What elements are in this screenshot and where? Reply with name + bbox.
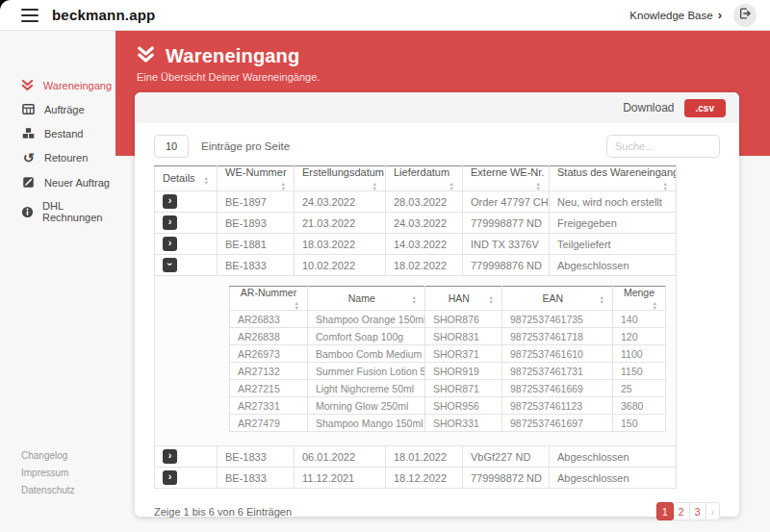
sort-icon: ▲▼: [449, 182, 454, 190]
search-input[interactable]: [606, 135, 720, 158]
sidebar-item-label: Bestand: [44, 128, 83, 139]
table-column-label: Status des Wareneingangs: [557, 166, 677, 178]
table-column-header[interactable]: Status des Wareneingangs▲▼: [550, 166, 677, 191]
subtable-column-header[interactable]: Name▲▼: [308, 287, 425, 311]
table-cell: 28.03.2022: [386, 191, 463, 213]
sidebar-item-retouren[interactable]: ↺Retouren: [0, 145, 116, 170]
subtable-cell: Light Nighcreme 50ml: [308, 380, 425, 397]
expand-row-button[interactable]: ›: [163, 449, 177, 464]
next-page-button[interactable]: ›: [706, 502, 721, 520]
expand-row-button[interactable]: ›: [163, 194, 177, 209]
collapse-row-button[interactable]: ›: [163, 258, 177, 272]
table-row: ›BE-188118.03.202214.03.2022IND TX 3376V…: [155, 234, 677, 255]
table-column-header[interactable]: Details▲▼: [155, 166, 218, 191]
details-cell: ›: [155, 191, 218, 213]
subtable-cell: 140: [613, 311, 666, 328]
sort-icon: ▲▼: [536, 182, 541, 190]
subtable-row: AR26973Bamboo Comb MediumSHOR37198725374…: [230, 345, 666, 363]
expand-row-button[interactable]: ›: [163, 215, 177, 230]
table-cell: 18.03.2022: [295, 234, 386, 255]
expanded-cell: AR-Nummer▲▼Name▲▼HAN▲▼EAN▲▼Menge▲▼AR2683…: [155, 276, 677, 446]
subtable-column-header[interactable]: EAN▲▼: [502, 287, 613, 311]
sidebar-item-wareneingang[interactable]: Wareneingang: [0, 73, 116, 97]
sidebar-footer-link[interactable]: Impressum: [21, 468, 116, 478]
menu-icon[interactable]: [21, 9, 38, 22]
table-cell: Abgeschlossen: [550, 446, 677, 468]
subtable-cell: Shampoo Mango 150ml: [308, 415, 425, 432]
details-cell: ›: [155, 468, 218, 489]
subtable-cell: 120: [613, 328, 666, 345]
details-cell: ›: [155, 255, 218, 276]
table-column-header[interactable]: WE-Nummer▲▼: [218, 166, 295, 191]
table-cell: Abgeschlossen: [550, 255, 677, 276]
sidebar: WareneingangAufträgeBestand↺RetourenNeue…: [0, 31, 116, 532]
subtable-cell: Shampoo Orange 150ml: [308, 311, 425, 328]
sort-icon: ▲▼: [295, 301, 299, 310]
logout-button[interactable]: [733, 4, 757, 27]
sidebar-item-dhl-rechnungen[interactable]: DHL Rechnungen: [0, 194, 116, 229]
expand-row-button[interactable]: ›: [163, 470, 177, 485]
table-cell: BE-1833: [218, 468, 295, 489]
subtable-cell: 1100: [613, 345, 666, 363]
sidebar-item-bestand[interactable]: Bestand: [0, 121, 116, 145]
page-button-2[interactable]: 2: [673, 502, 690, 520]
csv-download-button[interactable]: .csv: [684, 99, 726, 117]
subtable-row: AR26833Shampoo Orange 150mlSHOR876987253…: [230, 311, 666, 328]
sort-icon: ▲▼: [653, 301, 657, 310]
sidebar-item-label: DHL Rechnungen: [42, 200, 112, 223]
chevron-right-icon: ›: [168, 216, 172, 227]
wareneingang-table: Details▲▼WE-Nummer▲▼Erstellungsdatum▲▼Li…: [154, 165, 677, 489]
subtable-column-header[interactable]: Menge▲▼: [613, 287, 666, 311]
subtable-row: AR27331Morning Glow 250mlSHOR95698725374…: [230, 397, 666, 415]
subtable-column-header[interactable]: AR-Nummer▲▼: [230, 287, 308, 311]
subtable-column-label: EAN: [542, 292, 563, 304]
sidebar-item-auftraege[interactable]: Aufträge: [0, 97, 116, 121]
table-cell: 18.02.2022: [386, 255, 463, 276]
sort-icon: ▲▼: [372, 182, 377, 190]
table-cell: BE-1881: [218, 234, 295, 255]
table-column-label: Externe WE-Nr.: [471, 166, 544, 178]
subtable-cell: 3680: [613, 397, 666, 415]
page-button-1[interactable]: 1: [656, 502, 674, 520]
sidebar-footer-link[interactable]: Datenschutz: [21, 485, 116, 495]
entries-per-page-label: Einträge pro Seite: [201, 140, 290, 152]
subtable-cell: 9872537461735: [502, 311, 613, 328]
table-column-label: Lieferdatum: [394, 166, 449, 178]
subtable-cell: 9872537461718: [502, 328, 613, 345]
expand-row-button[interactable]: ›: [163, 237, 177, 251]
subtable-cell: AR27132: [230, 363, 308, 380]
layout: WareneingangAufträgeBestand↺RetourenNeue…: [0, 31, 770, 532]
subtable-row: AR26838Comfort Soap 100gSHOR831987253746…: [230, 328, 666, 345]
table-header-row: Details▲▼WE-Nummer▲▼Erstellungsdatum▲▼Li…: [155, 166, 677, 191]
info-circle-icon: [21, 206, 34, 218]
subtable-column-label: HAN: [449, 292, 470, 304]
sort-icon: ▲▼: [204, 176, 209, 185]
table-cell: BE-1833: [218, 446, 295, 468]
chevron-right-icon: ›: [718, 9, 722, 21]
knowledge-base-link[interactable]: Knowledge Base ›: [629, 9, 722, 21]
subtable-row: AR27479Shampoo Mango 150mlSHOR3319872537…: [230, 415, 666, 432]
subtable-cell: 9872537461731: [502, 363, 613, 380]
subtable-row: AR27215Light Nighcreme 50mlSHOR871987253…: [230, 380, 666, 397]
subtable-cell: AR26833: [230, 311, 308, 328]
subtable-cell: SHOR331: [425, 415, 502, 432]
subtable-column-label: Name: [348, 292, 375, 304]
table-cell: BE-1893: [218, 213, 295, 234]
table-controls: 10 Einträge pro Seite: [135, 123, 739, 165]
top-bar: beckmann.app Knowledge Base ›: [0, 0, 770, 31]
expanded-row: AR-Nummer▲▼Name▲▼HAN▲▼EAN▲▼Menge▲▼AR2683…: [155, 276, 677, 446]
table-cell: Order 47797 CHN: [463, 191, 550, 213]
table-column-header[interactable]: Erstellungsdatum▲▼: [295, 166, 386, 191]
page-button-3[interactable]: 3: [689, 502, 706, 520]
table-column-header[interactable]: Lieferdatum▲▼: [386, 166, 463, 191]
subtable-cell: AR27331: [230, 397, 308, 415]
sidebar-item-neuer-auftrag[interactable]: Neuer Auftrag: [0, 170, 116, 194]
sort-icon: ▲▼: [489, 295, 494, 304]
chevron-right-icon: ›: [168, 471, 172, 482]
subtable-header-row: AR-Nummer▲▼Name▲▼HAN▲▼EAN▲▼Menge▲▼: [230, 287, 666, 311]
sidebar-footer-link[interactable]: Changelog: [21, 450, 116, 461]
table-column-header[interactable]: Externe WE-Nr.▲▼: [463, 166, 550, 191]
page-size-select[interactable]: 10: [154, 135, 189, 158]
subtable-column-header[interactable]: HAN▲▼: [425, 287, 502, 311]
subtable-cell: Summer Fusion Lotion 50ml: [308, 363, 425, 380]
